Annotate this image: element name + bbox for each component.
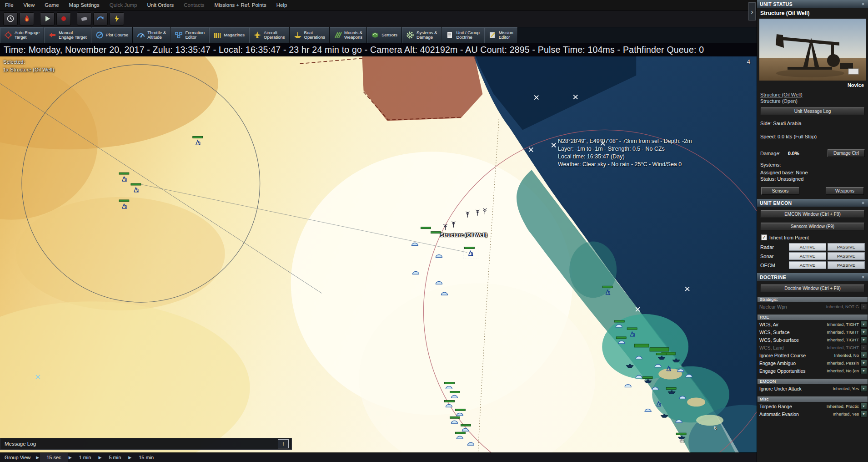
collapse-section-icon: « xyxy=(861,2,867,5)
formation-editor-button[interactable]: Formation Editor xyxy=(171,27,209,43)
unit-status-bar xyxy=(444,400,454,402)
redo-button[interactable] xyxy=(93,12,108,25)
dropdown-button[interactable]: ▼ xyxy=(860,321,867,328)
throttle-icon xyxy=(137,31,145,39)
dropdown-button[interactable]: ▼ xyxy=(860,360,867,366)
chevron-down-icon: ▼ xyxy=(862,338,865,341)
sonar-passive-button[interactable]: PASSIVE xyxy=(828,252,865,260)
time-button-1min[interactable]: 1 min xyxy=(73,453,98,462)
time-button-5min[interactable]: 5 min xyxy=(102,453,127,462)
chevron-down-icon: ▼ xyxy=(862,305,865,308)
damage-ctrl-button[interactable]: Damage Ctrl xyxy=(828,149,865,157)
radar-passive-button[interactable]: PASSIVE xyxy=(828,243,865,251)
doctrine-row-value: Inherited, No xyxy=(834,353,859,358)
emcon-row-label: Radar xyxy=(760,244,788,250)
clock-button[interactable] xyxy=(3,12,18,25)
doctrine-header[interactable]: DOCTRINE « xyxy=(757,273,868,281)
unit-status-header[interactable]: UNIT STATUS « xyxy=(757,0,868,8)
doctrine-row-label: Engage Opportunities xyxy=(759,368,827,374)
menu-view[interactable]: View xyxy=(19,0,40,10)
eraser-button[interactable] xyxy=(77,12,91,25)
doctrine-row-automatic-evasion: Automatic Evasion Inherited, Yes ▼ xyxy=(759,411,867,417)
toolbar-button-label: Boat Operations xyxy=(304,30,325,40)
menu-game[interactable]: Game xyxy=(40,0,64,10)
play-arrow-icon: ▶ xyxy=(127,455,132,460)
lightning-button[interactable] xyxy=(110,12,124,25)
menu-unit-orders[interactable]: Unit Orders xyxy=(142,0,179,10)
manual-engage-target-button[interactable]: Manual Engage Target xyxy=(44,27,91,43)
sidebar-collapse-tab[interactable]: › xyxy=(748,2,756,20)
sensors-window-button[interactable]: Sensors Window (F9) xyxy=(761,223,864,230)
magazines-icon xyxy=(213,31,221,39)
chevron-down-icon: ▼ xyxy=(862,387,865,390)
group-status-bar xyxy=(650,348,669,351)
sensors-button-toolbar[interactable]: Sensors xyxy=(367,27,402,43)
time-button-15sec[interactable]: 15 sec xyxy=(40,453,67,462)
toolbar-button-label: Aircraft Operations xyxy=(264,30,285,40)
lightning-icon xyxy=(113,15,121,23)
unit-status-sidebar: UNIT STATUS « Structure (Oil Well) xyxy=(757,0,868,462)
mounts-icon xyxy=(334,31,342,39)
menu-map-settings[interactable]: Map Settings xyxy=(64,0,105,10)
boat-operations-button[interactable]: Boat Operations xyxy=(290,27,330,43)
oecm-active-button[interactable]: ACTIVE xyxy=(789,261,826,269)
systems-damage-button[interactable]: Systems & Damage xyxy=(402,27,442,43)
sonar-active-button[interactable]: ACTIVE xyxy=(789,252,826,260)
unit-status-bar xyxy=(421,227,431,229)
time-button-15min[interactable]: 15 min xyxy=(132,453,160,462)
flame-icon xyxy=(23,15,31,23)
unit-status-bar xyxy=(450,391,460,393)
unit-status-bar xyxy=(431,232,441,234)
group-view-label[interactable]: Group View xyxy=(0,455,35,460)
mission-editor-button[interactable]: Mission Editor xyxy=(484,27,518,43)
unit-message-log-button[interactable]: Unit Message Log xyxy=(761,107,864,115)
radar-active-button[interactable]: ACTIVE xyxy=(789,243,826,251)
play-arrow-icon: ▶ xyxy=(35,455,40,460)
dropdown-button[interactable]: ▼ xyxy=(860,411,867,417)
unit-emcon-header[interactable]: UNIT EMCON « xyxy=(757,199,868,207)
menu-file[interactable]: File xyxy=(0,0,19,10)
dropdown-button: ▼ xyxy=(860,303,867,310)
plot-course-button[interactable]: Plot Course xyxy=(91,27,133,43)
weapons-button[interactable]: Weapons xyxy=(826,187,864,195)
menu-help[interactable]: Help xyxy=(271,0,292,10)
toolbar-button-label: Systems & Damage xyxy=(416,30,437,40)
map-scale-indicator: 4 xyxy=(747,58,750,65)
redo-icon xyxy=(96,15,105,23)
record-button[interactable] xyxy=(56,12,71,25)
doctrine-window-button[interactable]: Doctrine Window (Ctrl + F9) xyxy=(761,284,864,292)
inherit-checkbox[interactable]: ✓ xyxy=(761,234,767,240)
boat-icon xyxy=(294,31,302,39)
chevron-down-icon: ▼ xyxy=(862,330,865,334)
chevron-down-icon: ▼ xyxy=(862,412,865,416)
message-log-bar[interactable]: Message Log ↑ xyxy=(0,438,292,450)
unit-group-doctrine-button[interactable]: Unit / Group Doctrine xyxy=(442,27,484,43)
doctrine-row-label: Ignore Under Attack xyxy=(759,386,833,391)
tooltip-line: Weather: Clear sky - No rain - 25°C - Wi… xyxy=(558,161,692,168)
message-log-expand-button[interactable]: ↑ xyxy=(278,439,289,448)
dropdown-button[interactable]: ▼ xyxy=(860,352,867,359)
dropdown-button[interactable]: ▼ xyxy=(860,385,867,392)
unit-status-bar xyxy=(614,320,624,322)
emcon-window-button[interactable]: EMCON Window (Ctrl + F9) xyxy=(761,210,864,218)
oecm-passive-button[interactable]: PASSIVE xyxy=(828,261,865,269)
mounts-weapons-button[interactable]: Mounts & Weapons xyxy=(330,27,367,43)
sensors-button[interactable]: Sensors xyxy=(761,187,799,195)
dropdown-button[interactable]: ▼ xyxy=(860,367,867,374)
throttle-altitude-button[interactable]: Throttle & Altitude xyxy=(133,27,171,43)
unit-photo xyxy=(759,19,866,81)
aircraft-operations-button[interactable]: Aircraft Operations xyxy=(249,27,289,43)
doctrine-row-wcs-air: WCS, Air Inherited, TIGHT ▼ xyxy=(759,321,867,328)
menu-missions-ref-points[interactable]: Missions + Ref. Points xyxy=(210,0,271,10)
dropdown-button[interactable]: ▼ xyxy=(860,329,867,335)
auto-engage-target-button[interactable]: Auto Engage Target xyxy=(0,27,44,43)
play-button[interactable] xyxy=(40,12,55,25)
flame-button[interactable] xyxy=(20,12,34,25)
magazines-button[interactable]: Magazines xyxy=(209,27,249,43)
dropdown-button[interactable]: ▼ xyxy=(860,336,867,343)
dropdown-button[interactable]: ▼ xyxy=(860,403,867,410)
unit-status-bar xyxy=(461,424,471,426)
map-viewport[interactable]: Selected: 1x Structure (Oil Well) N28°28… xyxy=(0,56,757,452)
unit-name-link[interactable]: Structure (Oil Well) xyxy=(757,88,868,97)
unit-status-bar xyxy=(602,286,612,288)
